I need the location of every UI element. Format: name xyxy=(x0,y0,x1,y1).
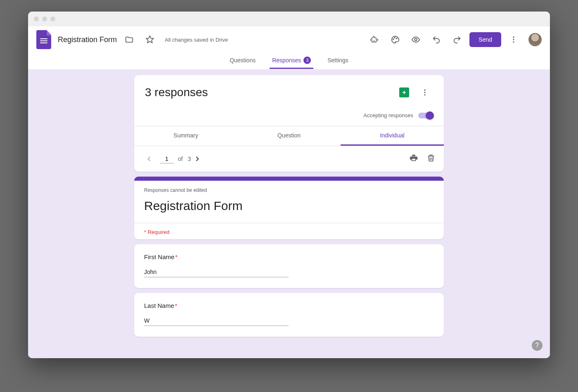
window-close-dot[interactable] xyxy=(34,17,39,21)
print-icon[interactable] xyxy=(409,153,418,164)
question-label: First Name* xyxy=(144,253,434,260)
next-response-icon[interactable] xyxy=(191,155,204,163)
required-legend: * Required xyxy=(134,223,444,239)
move-to-folder-icon[interactable] xyxy=(121,31,137,48)
question-card: Last Name* xyxy=(134,293,444,337)
accepting-label: Accepting responses xyxy=(363,112,413,118)
delete-response-icon[interactable] xyxy=(426,153,436,164)
more-menu-icon[interactable] xyxy=(505,31,522,48)
svg-point-0 xyxy=(393,39,394,40)
responses-more-icon[interactable] xyxy=(417,84,433,101)
responses-subtabs: Summary Question Individual xyxy=(134,126,444,146)
addons-icon[interactable] xyxy=(366,31,383,48)
window-min-dot[interactable] xyxy=(42,17,47,21)
subtab-summary[interactable]: Summary xyxy=(134,126,237,146)
tab-questions[interactable]: Questions xyxy=(227,53,258,69)
save-status: All changes saved in Drive xyxy=(165,37,228,43)
avatar[interactable] xyxy=(528,33,542,46)
svg-point-9 xyxy=(424,94,425,95)
app-bar: Registration Form All changes saved in D… xyxy=(28,26,550,53)
svg-point-4 xyxy=(513,37,514,38)
responses-count-badge: 3 xyxy=(303,57,311,64)
responses-card: 3 responses Accepting responses Summary … xyxy=(134,75,444,172)
forms-logo-icon[interactable] xyxy=(36,30,51,49)
svg-point-8 xyxy=(424,92,425,93)
form-accent-stripe xyxy=(134,177,444,181)
window-titlebar xyxy=(28,12,550,26)
theme-icon[interactable] xyxy=(387,31,403,48)
canvas: 3 responses Accepting responses Summary … xyxy=(28,69,550,358)
tab-responses-label: Responses xyxy=(272,57,301,64)
svg-point-1 xyxy=(394,38,395,38)
prev-response-icon[interactable] xyxy=(142,155,156,163)
answer-field xyxy=(144,316,289,326)
question-label: Last Name* xyxy=(144,302,434,309)
pager-of-label: of xyxy=(178,156,183,162)
send-button[interactable]: Send xyxy=(469,32,501,47)
form-title[interactable]: Registration Form xyxy=(58,35,117,44)
response-index-input[interactable] xyxy=(160,155,174,163)
create-spreadsheet-icon[interactable] xyxy=(399,87,409,97)
tab-responses[interactable]: Responses 3 xyxy=(270,53,313,69)
pager-total: 3 xyxy=(188,156,191,162)
svg-point-6 xyxy=(513,41,514,43)
response-pager: of 3 xyxy=(134,146,444,172)
answer-field xyxy=(144,268,289,277)
app-window: Registration Form All changes saved in D… xyxy=(28,12,550,358)
tab-settings[interactable]: Settings xyxy=(325,53,351,69)
preview-icon[interactable] xyxy=(407,31,424,48)
question-card: First Name* xyxy=(134,244,444,288)
svg-point-2 xyxy=(396,38,397,39)
svg-point-3 xyxy=(415,38,417,41)
star-icon[interactable] xyxy=(142,31,158,48)
form-header-card: Responses cannot be edited Registration … xyxy=(134,177,444,239)
main-tabs: Questions Responses 3 Settings xyxy=(28,53,550,69)
required-star-icon: * xyxy=(175,302,178,309)
accepting-row: Accepting responses xyxy=(134,101,444,126)
required-star-icon: * xyxy=(175,253,178,260)
form-display-title: Registration Form xyxy=(144,199,434,213)
svg-point-7 xyxy=(424,90,425,91)
redo-icon[interactable] xyxy=(449,31,465,48)
svg-point-5 xyxy=(513,39,514,40)
edit-note: Responses cannot be edited xyxy=(144,187,434,193)
accepting-toggle[interactable] xyxy=(418,113,433,118)
window-max-dot[interactable] xyxy=(50,17,55,21)
subtab-question[interactable]: Question xyxy=(237,126,341,146)
subtab-individual[interactable]: Individual xyxy=(341,126,444,146)
responses-count-title: 3 responses xyxy=(145,86,399,99)
undo-icon[interactable] xyxy=(428,31,445,48)
help-icon[interactable]: ? xyxy=(532,340,542,351)
